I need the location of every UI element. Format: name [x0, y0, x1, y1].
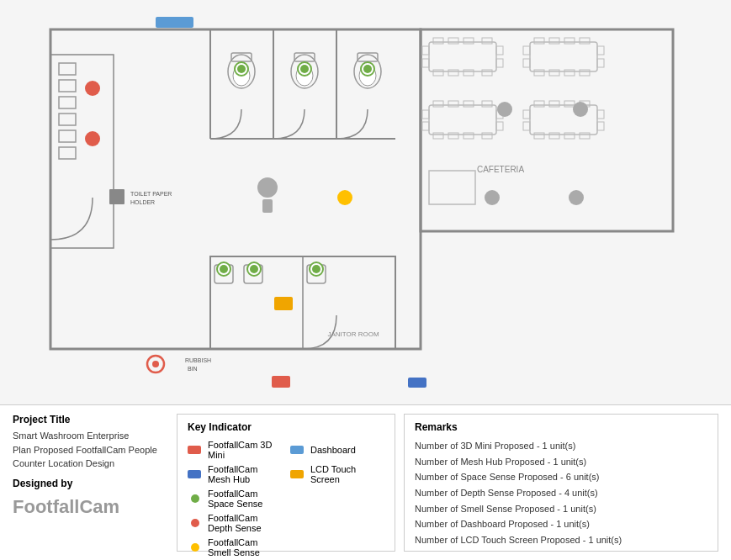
- svg-point-16: [257, 177, 278, 198]
- project-title-label: Project Title: [13, 414, 160, 425]
- svg-rect-61: [523, 59, 530, 67]
- svg-rect-59: [580, 70, 590, 76]
- svg-rect-18: [59, 63, 76, 75]
- svg-rect-57: [549, 70, 559, 76]
- key-item-depthsense: FootfallCam Depth Sense: [188, 513, 282, 533]
- svg-rect-69: [433, 133, 443, 139]
- remarks-content: Number of 3D Mini Proposed - 1 unit(s)Nu…: [415, 438, 707, 548]
- svg-point-111: [85, 131, 100, 146]
- svg-rect-85: [580, 133, 590, 139]
- svg-rect-79: [549, 101, 559, 107]
- svg-rect-119: [188, 470, 201, 478]
- svg-rect-17: [262, 199, 273, 213]
- svg-rect-22: [59, 130, 76, 142]
- key-item-empty1: [290, 489, 384, 509]
- svg-rect-19: [59, 80, 76, 92]
- svg-point-101: [300, 65, 309, 73]
- svg-point-112: [497, 102, 512, 117]
- svg-rect-52: [534, 38, 544, 44]
- svg-rect-65: [433, 101, 443, 107]
- project-title: Smart Washroom Enterprise: [13, 429, 160, 443]
- svg-rect-62: [597, 46, 604, 55]
- svg-rect-36: [274, 297, 293, 310]
- key-label-dashboard: Dashboard: [310, 445, 356, 455]
- svg-rect-120: [290, 470, 304, 478]
- key-item-smellsense: FootfallCam Smell Sense: [188, 537, 282, 557]
- meshhub-icon: [188, 469, 203, 479]
- svg-rect-66: [448, 101, 458, 107]
- svg-point-123: [191, 543, 199, 552]
- remark-line: Number of Depth Sense Proposed - 4 unit(…: [415, 485, 707, 501]
- svg-rect-95: [408, 378, 426, 388]
- svg-rect-43: [433, 70, 443, 76]
- svg-rect-54: [564, 38, 575, 44]
- svg-point-99: [237, 65, 246, 73]
- svg-rect-60: [523, 46, 530, 55]
- svg-rect-80: [564, 101, 575, 107]
- designed-by-label: Designed by: [13, 478, 160, 489]
- svg-rect-76: [496, 122, 503, 130]
- key-indicator-title: Key Indicator: [188, 421, 384, 433]
- svg-point-110: [85, 81, 100, 96]
- key-item-3dmini: FootfallCam 3D Mini: [188, 440, 282, 460]
- svg-point-109: [312, 265, 320, 273]
- svg-rect-87: [523, 122, 530, 130]
- svg-rect-82: [534, 133, 544, 139]
- key-label-3dmini: FootfallCam 3D Mini: [208, 440, 282, 460]
- svg-rect-53: [549, 38, 559, 44]
- svg-rect-90: [429, 171, 475, 204]
- svg-rect-38: [429, 42, 496, 71]
- key-indicator-grid: FootfallCam 3D Mini Dashboard FootfallCa…: [188, 440, 384, 557]
- svg-rect-49: [496, 46, 503, 55]
- depthsense-icon: [188, 518, 203, 528]
- svg-text:CAFETERIA: CAFETERIA: [477, 165, 524, 174]
- svg-rect-46: [482, 70, 492, 76]
- key-item-spacesense: FootfallCam Space Sense: [188, 489, 282, 509]
- key-item-dashboard: Dashboard: [290, 440, 384, 460]
- svg-point-121: [191, 494, 199, 503]
- remark-line: Number of LCD Touch Screen Proposed - 1 …: [415, 532, 707, 548]
- svg-rect-64: [429, 105, 496, 135]
- remark-line: Number of 3D Mini Proposed - 1 unit(s): [415, 438, 707, 454]
- key-item-empty2: [290, 513, 384, 533]
- svg-point-97: [152, 361, 159, 367]
- svg-rect-21: [59, 114, 76, 125]
- remarks-title: Remarks: [415, 421, 707, 433]
- svg-point-116: [337, 190, 352, 205]
- remark-line: Number of Smell Sense Proposed - 1 unit(…: [415, 501, 707, 517]
- svg-rect-67: [463, 101, 474, 107]
- svg-rect-42: [482, 38, 492, 44]
- floorplan-area: TOILET PAPER HOLDER: [0, 0, 731, 404]
- svg-rect-78: [534, 101, 544, 107]
- svg-rect-41: [463, 38, 474, 44]
- svg-point-115: [569, 190, 584, 205]
- svg-rect-70: [448, 133, 458, 139]
- svg-rect-117: [188, 446, 201, 454]
- svg-text:RUBBISH: RUBBISH: [185, 357, 211, 363]
- svg-rect-40: [448, 38, 458, 44]
- svg-rect-6: [50, 55, 114, 248]
- svg-text:BIN: BIN: [188, 366, 198, 372]
- svg-point-114: [485, 190, 500, 205]
- svg-point-122: [191, 519, 199, 527]
- svg-text:JANITOR ROOM: JANITOR ROOM: [327, 330, 379, 338]
- smellsense-icon: [188, 542, 203, 552]
- svg-rect-23: [59, 147, 76, 159]
- key-item-lcd: LCD Touch Screen: [290, 464, 384, 484]
- svg-point-103: [363, 65, 372, 73]
- key-label-meshhub: FootfallCam Mesh Hub: [208, 464, 282, 484]
- svg-rect-39: [433, 38, 443, 44]
- svg-rect-45: [463, 70, 474, 76]
- remark-line: Number of Dashboard Proposed - 1 unit(s): [415, 516, 707, 532]
- remark-line: Number of Mesh Hub Proposed - 1 unit(s): [415, 454, 707, 470]
- svg-rect-1: [421, 29, 673, 231]
- svg-rect-74: [422, 122, 429, 130]
- svg-rect-68: [482, 101, 492, 107]
- bottom-panel: Project Title Smart Washroom Enterprise …: [0, 404, 731, 560]
- svg-rect-55: [580, 38, 590, 44]
- spacesense-icon: [188, 494, 203, 504]
- svg-text:TOILET PAPER: TOILET PAPER: [130, 191, 172, 197]
- key-indicator: Key Indicator FootfallCam 3D Mini Dashbo…: [177, 414, 395, 552]
- svg-point-113: [573, 102, 588, 117]
- brand-name: FootfallCam: [13, 496, 160, 518]
